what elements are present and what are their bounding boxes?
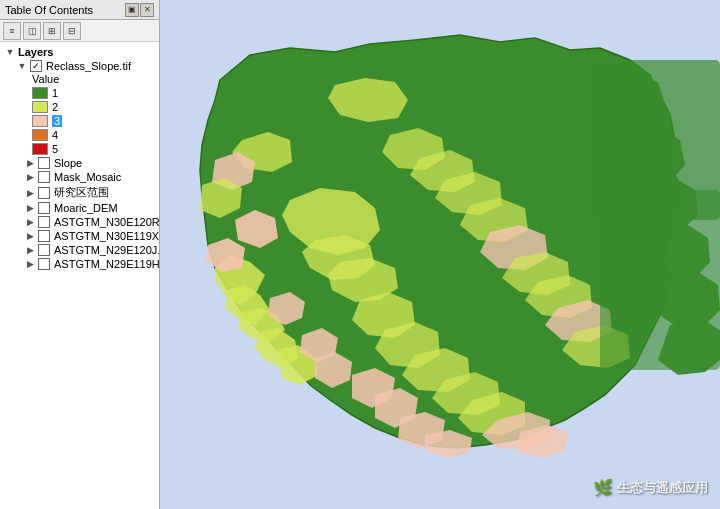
expand-icon-n29e120j: ▶ — [24, 244, 36, 256]
checkbox-n30e120r[interactable] — [38, 216, 50, 228]
layers-icon[interactable]: ⊟ — [63, 22, 81, 40]
options-icon[interactable]: ⊞ — [43, 22, 61, 40]
layer-name-n29e119h: ASTGTM_N29E119H.img — [54, 258, 159, 270]
map-area[interactable]: 🌿 生态与遥感应用 — [160, 0, 720, 509]
layers-section: ▼ Layers ▼ Reclass_Slope.tif Value 1 2 3 — [0, 42, 159, 509]
layer-name-n30e119x: ASTGTM_N30E119X.img — [54, 230, 159, 242]
expand-icon: ▼ — [4, 46, 16, 58]
expand-icon-reclass: ▼ — [16, 60, 28, 72]
legend-row-2: 2 — [32, 100, 159, 114]
expand-icon-mask: ▶ — [24, 171, 36, 183]
layer-item-n29e120j[interactable]: ▶ ASTGTM_N29E120J.img — [0, 243, 159, 257]
layers-root[interactable]: ▼ Layers — [0, 45, 159, 59]
legend-color-5 — [32, 143, 48, 155]
legend-label-1: 1 — [52, 87, 58, 99]
legend-row-1: 1 — [32, 86, 159, 100]
legend-color-2 — [32, 101, 48, 113]
expand-icon-n30e119x: ▶ — [24, 230, 36, 242]
checkbox-n30e119x[interactable] — [38, 230, 50, 242]
layer-name-n30e120r: ASTGTM_N30E120R.img — [54, 216, 159, 228]
table-of-contents: Table Of Contents ▣ ✕ ≡ ◫ ⊞ ⊟ ▼ Layers ▼… — [0, 0, 160, 509]
layers-label: Layers — [18, 46, 53, 58]
checkbox-study[interactable] — [38, 187, 50, 199]
layer-item-study[interactable]: ▶ 研究区范围 — [0, 184, 159, 201]
layer-item-n29e119h[interactable]: ▶ ASTGTM_N29E119H.img — [0, 257, 159, 271]
svg-rect-2 — [600, 190, 720, 370]
toc-toolbar: ≡ ◫ ⊞ ⊟ — [0, 20, 159, 42]
legend-row-4: 4 — [32, 128, 159, 142]
value-label: Value — [32, 73, 159, 85]
layer-name-slope: Slope — [54, 157, 82, 169]
layer-name-study: 研究区范围 — [54, 185, 109, 200]
expand-icon-study: ▶ — [24, 187, 36, 199]
layer-item-n30e120r[interactable]: ▶ ASTGTM_N30E120R.img — [0, 215, 159, 229]
expand-icon-slope: ▶ — [24, 157, 36, 169]
legend-label-4: 4 — [52, 129, 58, 141]
watermark: 🌿 生态与遥感应用 — [593, 478, 708, 497]
watermark-icon: 🌿 — [593, 478, 613, 497]
layer-name-n29e120j: ASTGTM_N29E120J.img — [54, 244, 159, 256]
layer-item-dem[interactable]: ▶ Moaric_DEM — [0, 201, 159, 215]
toc-pin-button[interactable]: ▣ — [125, 3, 139, 17]
legend-color-1 — [32, 87, 48, 99]
legend-label-2: 2 — [52, 101, 58, 113]
layer-item-mask[interactable]: ▶ Mask_Mosaic — [0, 170, 159, 184]
legend-section: Value 1 2 3 4 5 — [0, 73, 159, 156]
layer-item-reclass[interactable]: ▼ Reclass_Slope.tif — [0, 59, 159, 73]
toc-close-button[interactable]: ✕ — [140, 3, 154, 17]
list-by-source-icon[interactable]: ◫ — [23, 22, 41, 40]
legend-label-5: 5 — [52, 143, 58, 155]
expand-icon-n29e119h: ▶ — [24, 258, 36, 270]
checkbox-n29e120j[interactable] — [38, 244, 50, 256]
toc-header: Table Of Contents ▣ ✕ — [0, 0, 159, 20]
legend-label-3: 3 — [52, 115, 62, 127]
layer-item-slope[interactable]: ▶ Slope — [0, 156, 159, 170]
list-by-drawing-order-icon[interactable]: ≡ — [3, 22, 21, 40]
expand-icon-dem: ▶ — [24, 202, 36, 214]
map-svg — [160, 0, 720, 509]
legend-color-4 — [32, 129, 48, 141]
layer-item-n30e119x[interactable]: ▶ ASTGTM_N30E119X.img — [0, 229, 159, 243]
layer-name-reclass: Reclass_Slope.tif — [46, 60, 131, 72]
legend-color-3 — [32, 115, 48, 127]
toc-controls: ▣ ✕ — [125, 3, 154, 17]
checkbox-dem[interactable] — [38, 202, 50, 214]
legend-row-3: 3 — [32, 114, 159, 128]
toc-title: Table Of Contents — [5, 4, 93, 16]
checkbox-reclass[interactable] — [30, 60, 42, 72]
checkbox-n29e119h[interactable] — [38, 258, 50, 270]
layer-name-mask: Mask_Mosaic — [54, 171, 121, 183]
legend-row-5: 5 — [32, 142, 159, 156]
layer-name-dem: Moaric_DEM — [54, 202, 118, 214]
expand-icon-n30e120r: ▶ — [24, 216, 36, 228]
checkbox-slope[interactable] — [38, 157, 50, 169]
watermark-text: 生态与遥感应用 — [617, 479, 708, 497]
checkbox-mask[interactable] — [38, 171, 50, 183]
